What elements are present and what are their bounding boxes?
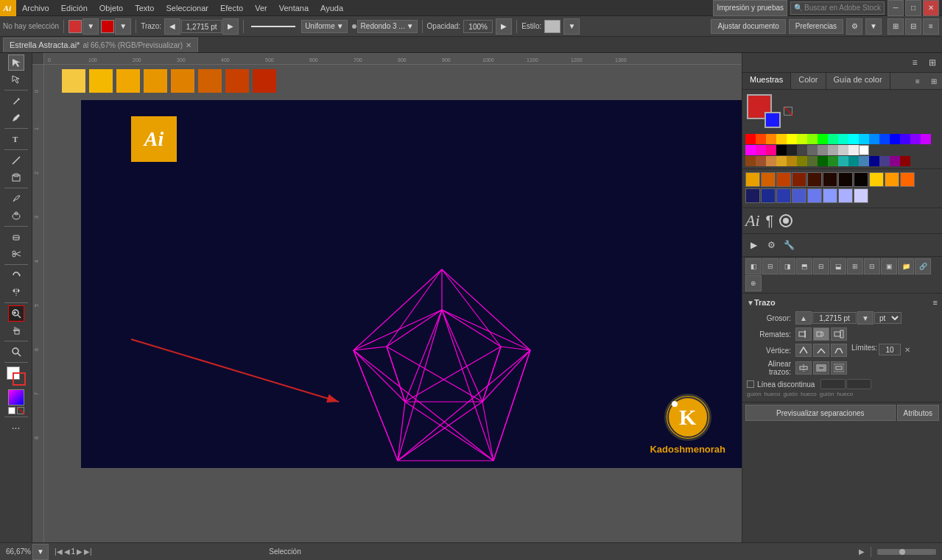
selection-tool[interactable] [8, 54, 24, 71]
folder-btn[interactable]: 📁 [898, 258, 914, 274]
zoom-select-tool[interactable] [8, 305, 24, 322]
nav-last-btn[interactable]: ▶| [84, 547, 92, 556]
scissors-tool[interactable] [8, 246, 24, 262]
menu-ayuda[interactable]: Ayuda [314, 0, 349, 16]
artboard[interactable]: Ai [81, 100, 742, 468]
print-proof-btn[interactable]: Impresión y pruebas [713, 0, 787, 16]
adjust-doc-btn[interactable]: Ajustar documento [711, 19, 785, 34]
opacity-value[interactable]: 100% [463, 20, 493, 33]
swatch-2[interactable] [89, 69, 113, 93]
line-type-dropdown[interactable]: Uniforme▼ [301, 20, 347, 33]
hand-tool[interactable] [8, 322, 24, 339]
stroke-value[interactable]: 1,2715 pt [181, 20, 222, 33]
settings-icon[interactable]: 🔧 [781, 237, 797, 253]
trazo-header[interactable]: ▼ Trazo ≡ [747, 298, 938, 307]
style-swatch[interactable] [544, 20, 560, 33]
panel-grid-icon[interactable]: ⊞ [924, 54, 941, 71]
zoom-slider[interactable] [877, 549, 936, 555]
preferences-btn[interactable]: Preferencias [789, 19, 843, 34]
dist-h-btn[interactable]: ⊞ [847, 258, 863, 274]
prev-sep-btn[interactable]: Previsualizar separaciones [745, 405, 896, 421]
embed-btn[interactable]: ⊕ [745, 275, 762, 291]
grosor-inc-btn[interactable]: ▼ [857, 311, 874, 325]
vertice-round-btn[interactable] [813, 344, 829, 357]
swatch-4[interactable] [144, 69, 167, 93]
align-bottom-btn[interactable]: ⬓ [830, 258, 846, 274]
gear2-icon[interactable]: ⚙ [763, 237, 779, 253]
tab-close-btn[interactable]: ✕ [186, 41, 191, 49]
swatch-6[interactable] [198, 69, 222, 93]
canvas-container[interactable]: Ai [44, 65, 742, 542]
line-tool[interactable] [8, 152, 24, 169]
cg-orange[interactable] [756, 134, 766, 144]
arrange-icon[interactable]: ⊞ [887, 18, 904, 35]
tab-muestras[interactable]: Muestras [742, 73, 791, 89]
linea-disc-checkbox[interactable] [747, 380, 754, 388]
circle-icon[interactable] [779, 214, 792, 227]
swatch-8[interactable] [253, 69, 276, 93]
distribute-icon[interactable]: ≡ [923, 18, 939, 35]
menu-seleccionar[interactable]: Seleccionar [160, 0, 214, 16]
rotate-tool[interactable] [8, 267, 24, 283]
zoom-dropdown-btn[interactable]: ▼ [32, 544, 49, 560]
play-icon[interactable]: ▶ [745, 237, 762, 253]
menu-objeto[interactable]: Objeto [94, 0, 129, 16]
nav-first-btn[interactable]: |◀ [55, 547, 63, 556]
pen-tool[interactable] [8, 93, 24, 109]
atributos-btn[interactable]: Atributos [897, 405, 939, 421]
play-btn[interactable]: ▶ [859, 547, 865, 556]
menu-efecto[interactable]: Efecto [214, 0, 249, 16]
remate-round-btn[interactable] [813, 327, 829, 341]
white-box[interactable] [8, 407, 15, 414]
paragraph-icon[interactable]: ¶ [766, 213, 774, 230]
maximize-btn[interactable]: □ [905, 0, 921, 16]
align-left-btn[interactable]: ◧ [745, 258, 762, 274]
minimize-btn[interactable]: ─ [887, 0, 904, 16]
document-tab[interactable]: Estrella Astracta.ai* al 66,67% (RGB/Pre… [3, 38, 198, 52]
panel-grid2-icon[interactable]: ⊞ [926, 73, 942, 89]
stroke-dec-btn[interactable]: ◀ [164, 18, 180, 35]
nav-next-btn[interactable]: ▶ [77, 547, 82, 556]
blob-brush-tool[interactable] [8, 208, 24, 224]
pencil-tool[interactable] [8, 110, 24, 126]
stroke-color-swatch[interactable] [101, 20, 114, 33]
none-box[interactable] [17, 407, 24, 414]
paintbrush-tool[interactable] [8, 191, 24, 207]
opacity-more-btn[interactable]: ▶ [496, 18, 512, 35]
dist-v-btn[interactable]: ⊟ [864, 258, 880, 274]
cg-orng2[interactable] [766, 134, 776, 144]
panel-list-icon[interactable]: ≡ [907, 54, 923, 71]
grosor-input[interactable] [812, 312, 857, 324]
zoom-slider-thumb[interactable] [899, 549, 905, 555]
panel-menu-icon[interactable]: ≡ [910, 73, 926, 89]
alinear-outside-btn[interactable] [831, 361, 847, 375]
limites-close-btn[interactable]: ✕ [902, 344, 913, 355]
eraser-tool[interactable] [8, 229, 24, 245]
extra-options-btn[interactable]: ⚙ [846, 18, 862, 35]
shape-tool[interactable] [8, 169, 24, 185]
group-btn[interactable]: ▣ [881, 258, 897, 274]
align-mid-btn[interactable]: ⊟ [813, 258, 829, 274]
remate-square-btn[interactable] [831, 327, 847, 341]
stroke-dropdown[interactable]: ▼ [115, 18, 131, 35]
close-btn[interactable]: ✕ [923, 0, 939, 16]
tab-color[interactable]: Color [791, 73, 826, 89]
stroke-inc-btn[interactable]: ▶ [222, 18, 239, 35]
cg-red[interactable] [745, 134, 756, 144]
cap-dropdown[interactable]: Redondo 3 ...▼ [357, 20, 418, 33]
zoom-tool[interactable] [8, 344, 24, 360]
panel-toggle-btn[interactable]: ▼ [865, 18, 882, 35]
style-dropdown[interactable]: ▼ [563, 18, 580, 35]
alinear-center-btn[interactable] [795, 361, 812, 375]
search-placeholder[interactable]: Buscar en Adobe Stock [804, 4, 881, 12]
align-right-btn[interactable]: ◨ [779, 258, 795, 274]
vertice-miter-btn[interactable] [795, 344, 812, 357]
sw-orange1[interactable] [745, 172, 760, 187]
secondary-color-box[interactable] [765, 112, 781, 128]
grosor-unit-dropdown[interactable]: pt px [874, 312, 901, 324]
trazo-menu-icon[interactable]: ≡ [933, 298, 938, 307]
ai-text-icon[interactable]: Ai [745, 211, 760, 230]
align-center-btn[interactable]: ⊟ [762, 258, 778, 274]
menu-edicion[interactable]: Edición [55, 0, 94, 16]
gradient-box[interactable] [8, 389, 24, 405]
